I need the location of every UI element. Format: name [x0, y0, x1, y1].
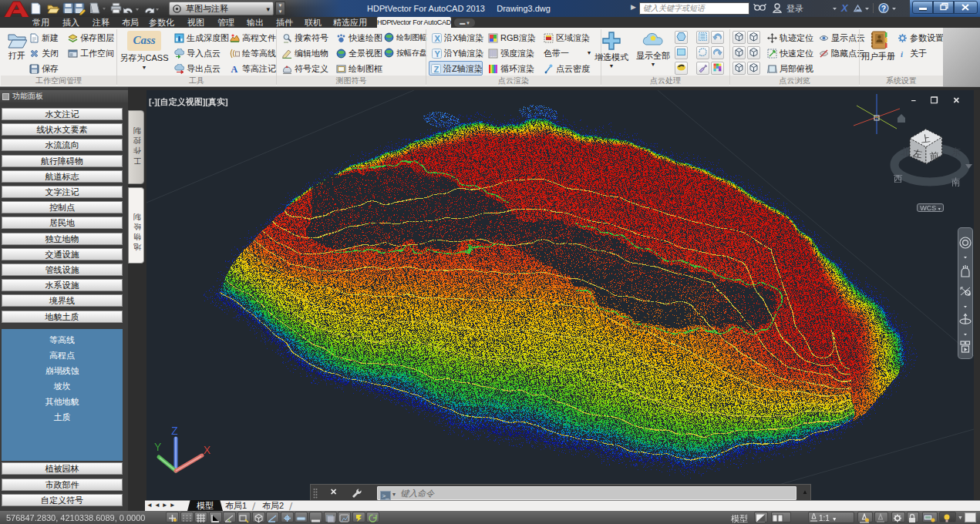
- svg-text:Y: Y: [435, 49, 441, 59]
- svg-text:Z: Z: [171, 426, 178, 437]
- svg-text:左: 左: [911, 148, 923, 160]
- svg-text:南: 南: [951, 176, 961, 187]
- svg-text:上: 上: [920, 133, 931, 145]
- svg-text:Z: Z: [434, 65, 439, 74]
- svg-text:东: 东: [951, 146, 961, 157]
- svg-text:北: 北: [901, 146, 910, 157]
- svg-text:前: 前: [929, 150, 939, 162]
- svg-text:X: X: [204, 444, 211, 456]
- svg-text:i: i: [901, 49, 904, 59]
- svg-text:西: 西: [894, 173, 903, 184]
- svg-text:Y: Y: [154, 441, 162, 453]
- svg-text:A: A: [231, 64, 238, 74]
- svg-text:X: X: [435, 34, 441, 43]
